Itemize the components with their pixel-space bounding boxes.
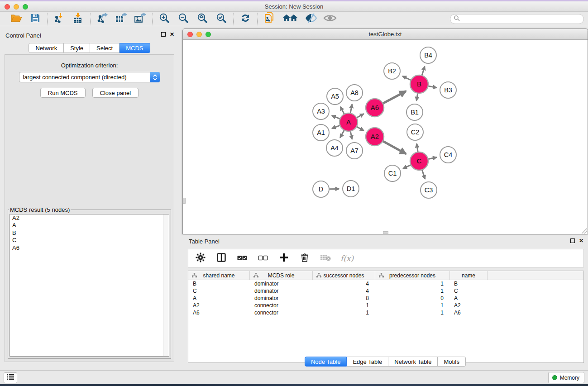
- table-panel-header: Table Panel ✕: [182, 235, 588, 248]
- table-cell[interactable]: connector: [250, 302, 313, 309]
- search-area: [450, 14, 584, 24]
- columns-icon: [217, 253, 226, 264]
- tab-motifs[interactable]: Motifs: [438, 357, 466, 367]
- export-image-button[interactable]: [134, 13, 147, 25]
- node-table[interactable]: shared nameMCDS rolesuccessor nodesprede…: [188, 271, 584, 363]
- window-resize-grip[interactable]: [582, 228, 587, 234]
- table-cell[interactable]: A6: [450, 309, 488, 316]
- network-canvas[interactable]: B4B2BB3A8A5A6A3B1AA1C2A2A4A7CC4C1C3DD1: [183, 40, 588, 234]
- float-panel-icon[interactable]: [161, 32, 166, 37]
- show-column-panel-button[interactable]: [215, 253, 227, 264]
- run-mcds-button[interactable]: Run MCDS: [40, 88, 86, 98]
- float-table-panel-icon[interactable]: [570, 238, 575, 243]
- delete-column-button[interactable]: [299, 253, 311, 264]
- column-header-MCDS-role[interactable]: MCDS role: [250, 271, 313, 280]
- deselect-all-columns-button[interactable]: [257, 253, 269, 264]
- zoom-selected-button[interactable]: [215, 13, 228, 25]
- table-cell[interactable]: 1: [313, 309, 375, 316]
- table-cell[interactable]: dominator: [250, 280, 313, 287]
- import-table-button[interactable]: [72, 13, 85, 25]
- table-cell[interactable]: 1: [313, 302, 375, 309]
- zoom-out-icon: [177, 12, 189, 26]
- tab-mcds[interactable]: MCDS: [120, 43, 150, 53]
- export-network-button[interactable]: [96, 13, 109, 25]
- tab-edge-table[interactable]: Edge Table: [347, 357, 388, 367]
- column-header-label: name: [462, 272, 475, 279]
- close-panel-button[interactable]: Close panel: [92, 88, 139, 98]
- save-session-button[interactable]: [29, 13, 42, 25]
- table-cell[interactable]: 1: [375, 287, 450, 295]
- table-cell[interactable]: A6: [188, 309, 250, 316]
- import-network-button[interactable]: [53, 13, 66, 25]
- mcds-result-item[interactable]: C: [10, 237, 169, 244]
- function-builder-button[interactable]: f(x): [340, 253, 354, 264]
- show-hide-panel-button[interactable]: [324, 13, 336, 25]
- table-cell[interactable]: 4: [313, 287, 375, 295]
- table-cell[interactable]: dominator: [250, 287, 313, 295]
- create-column-button[interactable]: [278, 253, 290, 264]
- table-cell[interactable]: dominator: [250, 295, 313, 302]
- open-session-button[interactable]: [10, 13, 23, 25]
- search-input[interactable]: [462, 16, 579, 22]
- table-row[interactable]: Cdominator41C: [188, 287, 583, 295]
- table-settings-button[interactable]: [195, 253, 206, 264]
- mcds-result-list[interactable]: A2ABCA6: [10, 214, 169, 357]
- table-cell[interactable]: A2: [450, 302, 488, 309]
- column-header-shared-name[interactable]: shared name: [188, 271, 250, 280]
- table-cell[interactable]: A: [188, 295, 250, 302]
- column-header-name[interactable]: name: [450, 271, 488, 280]
- memory-button[interactable]: Memory: [548, 372, 584, 383]
- tab-select[interactable]: Select: [90, 43, 120, 53]
- table-cell[interactable]: 4: [313, 280, 375, 287]
- tab-network-table[interactable]: Network Table: [388, 357, 438, 367]
- mcds-result-item[interactable]: A2: [10, 214, 169, 222]
- table-cell[interactable]: 1: [375, 302, 450, 309]
- close-table-panel-icon[interactable]: ✕: [579, 238, 583, 243]
- canvas-splitter-handle-bottom[interactable]: [383, 231, 388, 234]
- table-row[interactable]: Adominator80A: [188, 295, 583, 302]
- mcds-scrollbar[interactable]: [163, 214, 169, 356]
- toggle-graphics-details-button[interactable]: [305, 13, 317, 25]
- zoom-in-button[interactable]: [158, 13, 171, 25]
- table-cell[interactable]: 8: [313, 295, 375, 302]
- mcds-result-item[interactable]: B: [10, 229, 169, 237]
- zoom-out-button[interactable]: [177, 13, 190, 25]
- table-cell[interactable]: B: [188, 280, 250, 287]
- delete-table-button[interactable]: [320, 253, 331, 264]
- export-table-button[interactable]: [115, 13, 128, 25]
- tab-node-table[interactable]: Node Table: [305, 357, 347, 367]
- refresh-button[interactable]: [239, 13, 252, 25]
- select-all-columns-button[interactable]: [236, 253, 248, 264]
- table-cell[interactable]: 0: [375, 295, 450, 302]
- table-cell[interactable]: A2: [188, 302, 250, 309]
- table-cell[interactable]: 1: [375, 309, 450, 316]
- table-cell[interactable]: 1: [375, 280, 450, 287]
- task-list-icon: [7, 374, 14, 382]
- table-row[interactable]: A2connector11A2: [188, 302, 583, 309]
- table-cell[interactable]: A: [450, 295, 488, 302]
- zoom-fit-button[interactable]: [196, 13, 209, 25]
- column-header-predecessor-nodes[interactable]: predecessor nodes: [375, 271, 450, 280]
- mcds-result-item[interactable]: A6: [10, 244, 169, 252]
- search-input-wrap[interactable]: [450, 14, 584, 24]
- tab-style[interactable]: Style: [64, 43, 90, 53]
- optimization-criterion-select[interactable]: largest connected component (directed): [19, 72, 160, 82]
- table-row[interactable]: A6connector11A6: [188, 309, 583, 316]
- canvas-splitter-handle-left[interactable]: [183, 198, 186, 204]
- task-history-button[interactable]: [4, 372, 17, 383]
- table-row[interactable]: Bdominator41B: [188, 280, 583, 287]
- column-header-successor-nodes[interactable]: successor nodes: [313, 271, 375, 280]
- delete-table-icon: [320, 254, 331, 263]
- close-panel-icon[interactable]: ✕: [170, 32, 174, 37]
- network-window-titlebar[interactable]: testGlobe.txt: [183, 29, 588, 40]
- clone-network-button[interactable]: [263, 13, 276, 25]
- tab-network[interactable]: Network: [29, 43, 64, 53]
- mcds-result-item[interactable]: A: [10, 222, 169, 229]
- graph-node-label-B: B: [417, 80, 421, 88]
- table-cell[interactable]: B: [450, 280, 488, 287]
- graph-node-label-B3: B3: [444, 86, 452, 94]
- table-cell[interactable]: connector: [250, 309, 313, 316]
- destroy-network-button[interactable]: [282, 13, 298, 25]
- table-cell[interactable]: C: [188, 287, 250, 295]
- table-cell[interactable]: C: [450, 287, 488, 295]
